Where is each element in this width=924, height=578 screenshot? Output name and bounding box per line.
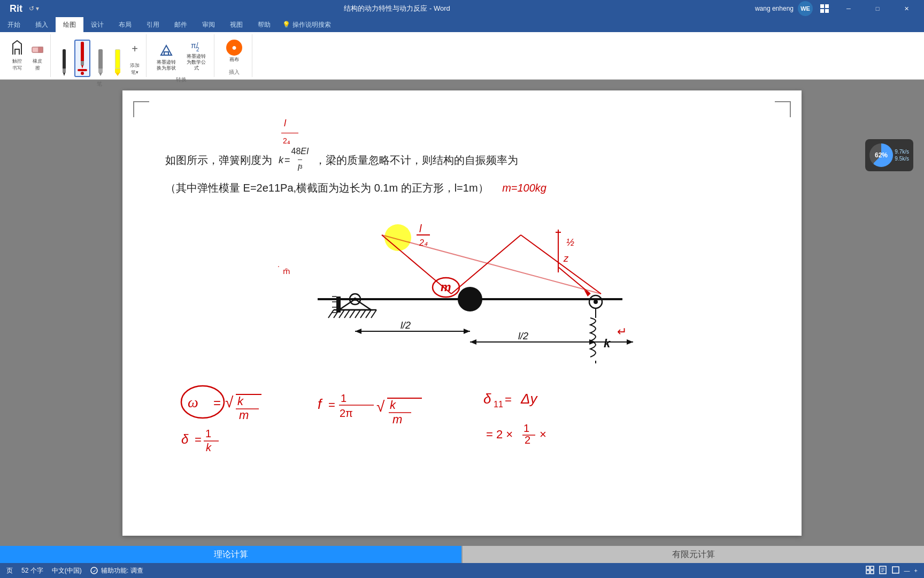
svg-line-28 bbox=[366, 310, 371, 318]
svg-line-21 bbox=[328, 310, 334, 318]
svg-rect-2 bbox=[820, 9, 824, 13]
document-area: 如图所示，弹簧刚度为 l —— 2₄ k = 48EI l³ ，梁的质量 bbox=[0, 80, 924, 546]
tab-layout[interactable]: 布局 bbox=[111, 17, 139, 32]
svg-text:k: k bbox=[206, 442, 212, 453]
svg-text:√: √ bbox=[225, 394, 234, 410]
text-mid: ，梁的质量忽略不计，则结构的自振频率为 bbox=[315, 150, 518, 170]
search-label: 操作说明搜索 bbox=[292, 20, 331, 29]
status-left: 页 52 个字 中文(中国) ✓ 辅助功能: 调查 bbox=[0, 566, 150, 575]
tab-theory[interactable]: 理论计算 bbox=[0, 546, 461, 563]
svg-text:2: 2 bbox=[525, 434, 530, 446]
formula-k: k = 48EI l³ bbox=[279, 144, 309, 176]
svg-marker-55 bbox=[464, 329, 470, 334]
corner-mark-tl bbox=[133, 101, 149, 117]
structural-diagram: ½ z bbox=[248, 203, 676, 363]
svg-text:δ: δ bbox=[181, 432, 189, 446]
convert-shape-label: 将墨迹转换为形状 bbox=[157, 59, 176, 71]
black-pen[interactable] bbox=[57, 48, 71, 77]
layout-icon[interactable] bbox=[817, 1, 832, 16]
search-box[interactable]: 💡 操作说明搜索 bbox=[278, 17, 335, 32]
ribbon-content: 触控 书写 橡皮 擦 bbox=[0, 32, 924, 79]
gray-pen[interactable] bbox=[94, 48, 107, 77]
ribbon-group-insert: ● 画布 插入 bbox=[217, 34, 252, 77]
rit-badge: Rit bbox=[5, 3, 27, 14]
zoom-level: — bbox=[904, 567, 910, 574]
tab-mailings[interactable]: 邮件 bbox=[167, 17, 195, 32]
convert-group-label: 转换 bbox=[153, 75, 210, 85]
tab-start[interactable]: 开始 bbox=[0, 17, 28, 32]
tab-references[interactable]: 引用 bbox=[139, 17, 167, 32]
pen-group-label: 笔 bbox=[57, 79, 142, 89]
svg-marker-58 bbox=[470, 339, 476, 345]
hw-annotation-dot: · bbox=[278, 262, 280, 270]
convert-to-math[interactable]: π/ 2 将墨迹转为数学公式 bbox=[183, 34, 210, 73]
ribbon-group-eraser: 触控 书写 橡皮 擦 bbox=[4, 34, 51, 77]
diagram-container: ½ z bbox=[165, 203, 759, 363]
view-normal[interactable] bbox=[866, 566, 874, 576]
text-line-2: （其中弹性模量 E=2e11Pa,横截面为边长为 0.1m 的正方形，l=1m）… bbox=[165, 178, 759, 197]
text-intro: 如图所示，弹簧刚度为 bbox=[165, 150, 272, 170]
svg-text:2π: 2π bbox=[340, 407, 353, 419]
eraser-group-label bbox=[9, 75, 46, 77]
canvas-icon: ● bbox=[226, 39, 243, 56]
svg-text:✓: ✓ bbox=[93, 568, 97, 574]
minimize-button[interactable]: ─ bbox=[836, 0, 861, 17]
tab-fem[interactable]: 有限元计算 bbox=[463, 546, 924, 563]
handwritten-formulas: ω = √ k m δ = 1 k bbox=[165, 374, 759, 467]
svg-point-39 bbox=[594, 300, 598, 304]
svg-text:= 2 ×: = 2 × bbox=[486, 428, 513, 441]
close-button[interactable]: ✕ bbox=[894, 0, 919, 17]
delta11-formula: δ 11 = Δy = 2 × 1 2 × bbox=[481, 374, 641, 467]
red-pen[interactable] bbox=[74, 40, 90, 77]
insert-group-label: 插入 bbox=[221, 67, 248, 77]
yellow-highlighter[interactable] bbox=[111, 48, 125, 77]
tab-draw[interactable]: 绘图 bbox=[56, 17, 83, 32]
svg-point-35 bbox=[458, 287, 482, 311]
lasso-tool[interactable]: 触控 书写 bbox=[9, 37, 26, 73]
hw-mass: m=100kg bbox=[502, 182, 546, 194]
svg-line-26 bbox=[355, 310, 360, 318]
tab-review[interactable]: 审阅 bbox=[195, 17, 222, 32]
tab-design[interactable]: 设计 bbox=[83, 17, 111, 32]
titlebar-title: 结构的动力特性与动力反应 - Word bbox=[39, 4, 755, 13]
statusbar: 页 52 个字 中文(中国) ✓ 辅助功能: 调查 — + bbox=[0, 563, 924, 578]
eraser-tool[interactable]: 橡皮 擦 bbox=[29, 37, 46, 73]
speed-down: 9.5k/s bbox=[895, 156, 909, 162]
document-page[interactable]: 如图所示，弹簧刚度为 l —— 2₄ k = 48EI l³ ，梁的质量 bbox=[122, 90, 802, 536]
svg-text:k: k bbox=[237, 394, 244, 408]
page-label: 页 bbox=[6, 566, 13, 575]
view-page[interactable] bbox=[879, 566, 887, 576]
svg-marker-54 bbox=[355, 329, 361, 334]
bottom-tabs: 理论计算 有限元计算 bbox=[0, 546, 924, 563]
svg-text:m: m bbox=[239, 408, 249, 422]
tab-insert[interactable]: 插入 bbox=[28, 17, 56, 32]
convert-to-shape[interactable]: 将墨迹转换为形状 bbox=[153, 40, 180, 73]
speed-up: 9.7k/s bbox=[895, 149, 909, 155]
svg-rect-5 bbox=[38, 47, 43, 52]
canvas-label: 画布 bbox=[229, 56, 239, 63]
view-outline[interactable] bbox=[891, 566, 900, 576]
tab-help[interactable]: 帮助 bbox=[250, 17, 278, 32]
insert-items: ● 画布 bbox=[221, 34, 248, 67]
svg-line-29 bbox=[371, 310, 376, 318]
tab-view[interactable]: 视图 bbox=[222, 17, 250, 32]
quick-access: ↺ ▾ bbox=[29, 5, 39, 12]
content-block: 如图所示，弹簧刚度为 l —— 2₄ k = 48EI l³ ，梁的质量 bbox=[165, 144, 759, 197]
svg-text:1: 1 bbox=[341, 392, 346, 404]
svg-text:m: m bbox=[441, 280, 451, 294]
svg-text:1: 1 bbox=[205, 428, 211, 439]
svg-rect-30 bbox=[336, 296, 341, 313]
svg-text:√: √ bbox=[376, 398, 385, 415]
restore-button[interactable]: □ bbox=[865, 0, 890, 17]
user-name: wang enheng bbox=[755, 5, 794, 12]
ribbon-group-convert: 将墨迹转换为形状 π/ 2 将墨迹转为数学公式 转换 bbox=[149, 34, 214, 77]
canvas-button[interactable]: ● 画布 bbox=[221, 37, 248, 65]
svg-text:l: l bbox=[419, 223, 422, 234]
svg-text:z: z bbox=[563, 253, 569, 264]
svg-text:2₄: 2₄ bbox=[419, 238, 428, 247]
svg-rect-109 bbox=[892, 567, 899, 573]
svg-text:f: f bbox=[318, 396, 323, 412]
svg-rect-104 bbox=[871, 571, 874, 574]
add-pen-button[interactable]: + 添加 笔▾ bbox=[128, 34, 142, 77]
user-avatar[interactable]: WE bbox=[798, 1, 813, 16]
